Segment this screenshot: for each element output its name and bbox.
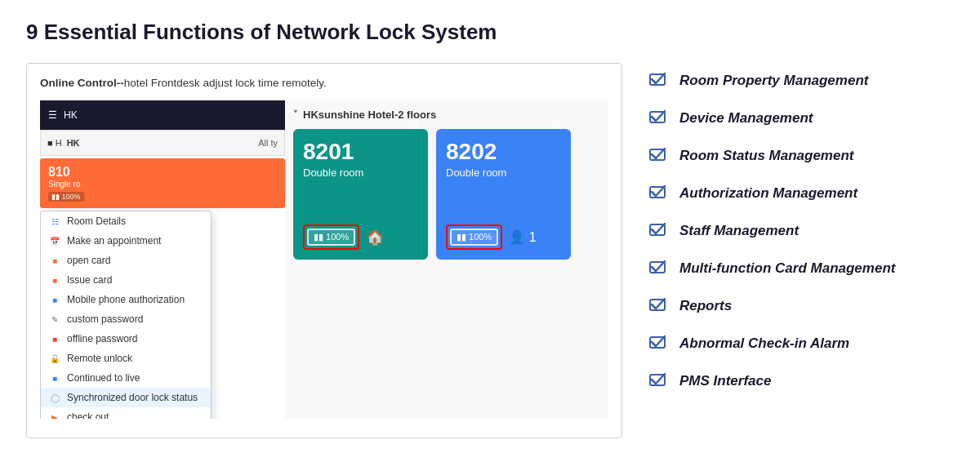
check-icon-room-status [648, 143, 671, 169]
big-battery-8202: ▮▮ 100% [450, 229, 498, 246]
feature-item-abnormal: Abnormal Check-in Alarm [648, 331, 954, 357]
check-icon-reports [648, 293, 671, 319]
menu-issue-card[interactable]: ■ Issue card [41, 270, 211, 290]
check-icon-pms [648, 368, 671, 394]
chevron-icon: ˅ [293, 109, 298, 120]
feature-label-room-property: Room Property Management [679, 73, 868, 89]
subheader-alltype: All ty [258, 138, 278, 148]
battery-810: ▮▮ 100% [48, 192, 84, 202]
wifi-icon-8202: ⊛ [550, 116, 561, 131]
subheader-hk: HK [67, 138, 80, 148]
check-icon-staff [648, 218, 671, 244]
feature-label-multifunction: Multi-function Card Management [679, 260, 895, 277]
mockup-left: ☰ HK ■ H HK All ty 810 Single ro ▮▮ 100% [40, 100, 285, 419]
menu-appointment[interactable]: 📅 Make an appointment [41, 231, 211, 251]
features-list: Room Property Management Device Manageme… [648, 68, 954, 394]
big-room-bottom-8201: ▮▮ 100% 🏠 [303, 224, 418, 250]
menu-label-appointment: Make an appointment [67, 235, 161, 247]
wifi-icon-8201: ⊛ [408, 116, 418, 131]
left-panel: Online Control--hotel Frontdesk adjust l… [26, 63, 622, 438]
mockup-header: ☰ HK [40, 100, 285, 130]
big-room-8202: 8202 ⊛ Double room ▮▮ 100% 👤 1 [436, 129, 571, 260]
calendar-icon: 📅 [49, 235, 60, 247]
menu-label-custom-pass: custom password [67, 313, 143, 325]
big-rooms-grid: 8201 ⊛ Double room ▮▮ 100% 🏠 [293, 129, 600, 260]
menu-continued[interactable]: ■ Continued to live [41, 368, 211, 388]
page-title: 9 Essential Functions of Network Lock Sy… [26, 20, 954, 45]
unlock-icon: 🔓 [49, 353, 60, 364]
big-room-bottom-8202: ▮▮ 100% 👤 1 [446, 224, 561, 250]
feature-item-reports: Reports [648, 293, 954, 319]
menu-label-checkout: check out [67, 411, 109, 419]
feature-item-room-property: Room Property Management [648, 68, 954, 94]
check-icon-authorization [648, 180, 671, 207]
feature-label-abnormal: Abnormal Check-in Alarm [679, 335, 849, 352]
battery-outline-8202: ▮▮ 100% [446, 224, 502, 250]
feature-label-device: Device Management [679, 110, 813, 127]
room-card-810: 810 Single ro ▮▮ 100% [40, 158, 285, 208]
continued-icon: ■ [49, 372, 60, 384]
feature-item-staff: Staff Management [648, 218, 954, 244]
check-icon-room-property [648, 68, 671, 94]
big-room-header-8201: 8201 ⊛ [303, 139, 418, 165]
menu-checkout[interactable]: ▶ check out [41, 407, 211, 419]
right-panel: Room Property Management Device Manageme… [648, 63, 954, 411]
edit-icon: ✎ [49, 313, 60, 325]
feature-label-pms: PMS Interface [679, 373, 771, 389]
big-battery-8201: ▮▮ 100% [307, 229, 355, 246]
dropdown-menu: ☷ Room Details 📅 Make an appointment ■ o… [40, 211, 212, 419]
feature-item-room-status: Room Status Management [648, 143, 954, 169]
battery-outline-8201: ▮▮ 100% [303, 224, 359, 250]
header-label: ☰ [48, 109, 57, 121]
room-num-810: 810 [48, 165, 277, 180]
big-room-type-8202: Double room [446, 167, 561, 179]
sync-icon: ◯ [49, 392, 60, 403]
mobile-icon: ■ [49, 294, 60, 305]
menu-label-mobile-auth: Mobile phone authorization [67, 294, 185, 305]
menu-label-remote-unlock: Remote unlock [67, 353, 132, 364]
check-icon-device [648, 105, 671, 131]
menu-label-issue-card: Issue card [67, 274, 112, 286]
menu-remote-unlock[interactable]: 🔓 Remote unlock [41, 349, 211, 368]
menu-sync-status[interactable]: ◯ Synchronized door lock status [41, 388, 211, 407]
menu-label-sync-status: Synchronized door lock status [67, 392, 198, 403]
offline-icon: ■ [49, 333, 60, 344]
mockup-right: ˅ HKsunshine Hotel-2 floors 8201 ⊛ Doubl… [285, 100, 608, 419]
menu-label-open-card: open card [67, 255, 110, 266]
panel-caption: Online Control--hotel Frontdesk adjust l… [40, 77, 608, 89]
people-icon-8202: 👤 1 [509, 229, 536, 245]
menu-label-offline-pass: offline password [67, 333, 138, 344]
subheader-h: ■ H [47, 138, 62, 148]
check-icon-abnormal [648, 331, 671, 357]
feature-label-reports: Reports [679, 298, 732, 314]
big-room-header-8202: 8202 ⊛ [446, 139, 561, 165]
big-room-8201: 8201 ⊛ Double room ▮▮ 100% 🏠 [293, 129, 428, 260]
issue-card-icon: ■ [49, 274, 60, 286]
checkout-icon: ▶ [49, 411, 60, 419]
mockup-subheader: ■ H HK All ty [40, 130, 285, 156]
menu-label-continued: Continued to live [67, 372, 140, 384]
check-icon-multifunction [648, 255, 671, 282]
grid-icon: ☷ [49, 216, 60, 227]
menu-mobile-auth[interactable]: ■ Mobile phone authorization [41, 290, 211, 309]
caption-detail: hotel Frontdesk adjust lock time remotel… [124, 77, 327, 89]
feature-label-room-status: Room Status Management [679, 148, 853, 164]
room-bottom-810: ▮▮ 100% [48, 192, 277, 202]
big-room-type-8201: Double room [303, 167, 418, 179]
feature-item-pms: PMS Interface [648, 368, 954, 394]
big-room-num-8201: 8201 [303, 139, 354, 165]
menu-custom-pass[interactable]: ✎ custom password [41, 309, 211, 329]
caption-normal: Online Control-- [40, 77, 124, 89]
menu-open-card[interactable]: ■ open card [41, 251, 211, 270]
feature-label-staff: Staff Management [679, 223, 799, 239]
ui-mockup: ☰ HK ■ H HK All ty 810 Single ro ▮▮ 100% [40, 100, 608, 419]
feature-item-device: Device Management [648, 105, 954, 131]
menu-offline-pass[interactable]: ■ offline password [41, 329, 211, 349]
feature-label-authorization: Authorization Management [679, 185, 858, 202]
feature-item-multifunction: Multi-function Card Management [648, 255, 954, 282]
open-card-icon: ■ [49, 255, 60, 266]
menu-room-details[interactable]: ☷ Room Details [41, 211, 211, 231]
menu-label-room-details: Room Details [67, 216, 126, 227]
main-content: Online Control--hotel Frontdesk adjust l… [26, 63, 954, 438]
big-room-num-8202: 8202 [446, 139, 497, 165]
